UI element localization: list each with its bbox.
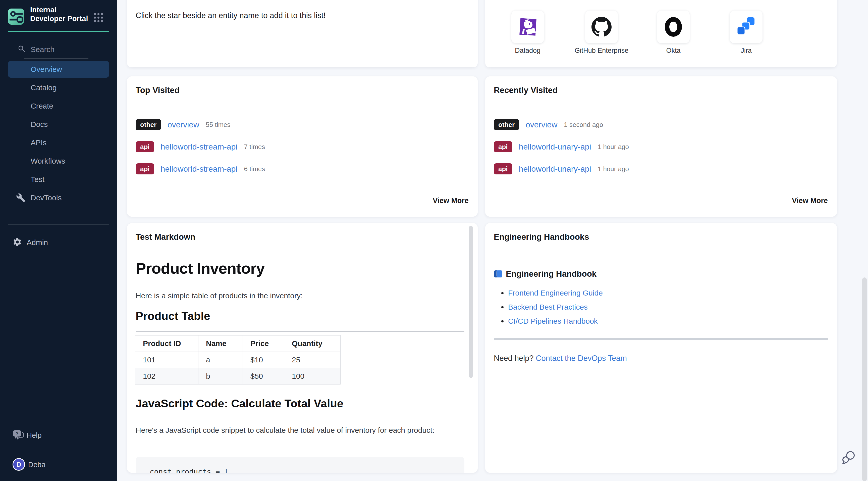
- sidebar-item-label: Catalog: [31, 84, 57, 92]
- contact-devops-link[interactable]: Contact the DevOps Team: [536, 354, 627, 363]
- table-cell: 101: [135, 352, 198, 368]
- markdown-divider: [135, 331, 464, 332]
- sidebar-item-overview[interactable]: Overview: [8, 61, 109, 78]
- wrench-icon: [16, 193, 26, 203]
- sidebar-item-workflows[interactable]: Workflows: [8, 153, 109, 170]
- toolkit-tile-okta[interactable]: [657, 10, 690, 43]
- search-input[interactable]: Search: [18, 45, 100, 55]
- sidebar-item-help[interactable]: ? Help: [12, 429, 103, 442]
- entity-link[interactable]: helloworld-stream-api: [161, 164, 238, 174]
- apps-grid-icon[interactable]: [94, 13, 103, 22]
- brand-title: Internal Developer Portal: [30, 5, 93, 23]
- list-item: Frontend Engineering Guide: [501, 286, 603, 300]
- help-prefix: Need help?: [494, 354, 536, 363]
- toolkit-tile-datadog[interactable]: [512, 10, 544, 43]
- table-cell: $50: [243, 368, 284, 385]
- column-header: Name: [198, 335, 243, 352]
- sidebar-item-devtools[interactable]: DevTools: [8, 189, 109, 206]
- visit-time: 1 second ago: [564, 121, 603, 129]
- engineering-handbooks-card: Engineering Handbooks Engineering Handbo…: [485, 223, 837, 473]
- chat-widget-button[interactable]: [841, 450, 856, 464]
- sidebar-item-admin[interactable]: Admin: [8, 236, 109, 250]
- handbook-link-backend[interactable]: Backend Best Practices: [508, 303, 588, 311]
- card-title: Test Markdown: [135, 232, 195, 242]
- kind-badge: api: [135, 141, 154, 152]
- entity-link[interactable]: helloworld-unary-api: [519, 164, 591, 174]
- top-visited-card: Top Visited other overview 55 times api …: [127, 77, 478, 217]
- page: Internal Developer Portal Search Overvie…: [0, 0, 868, 481]
- card-title: Top Visited: [135, 85, 180, 95]
- sidebar-item-docs[interactable]: Docs: [8, 116, 109, 133]
- section-divider: [494, 338, 828, 340]
- visit-count: 6 times: [244, 165, 265, 173]
- toolkit-label: Datadog: [490, 47, 565, 55]
- entity-link[interactable]: overview: [526, 120, 557, 129]
- user-menu[interactable]: D Deba: [12, 458, 103, 471]
- sidebar-item-catalog[interactable]: Catalog: [8, 80, 109, 96]
- card-scrollbar[interactable]: [469, 226, 473, 378]
- sidebar-item-label: Workflows: [31, 157, 65, 165]
- entity-link[interactable]: helloworld-unary-api: [519, 142, 591, 152]
- entity-link[interactable]: overview: [167, 120, 199, 129]
- visited-row: other overview 1 second ago: [494, 119, 603, 131]
- handbook-section-heading: Engineering Handbook: [494, 268, 596, 279]
- brand-accent-rule: [8, 31, 109, 32]
- visit-count: 55 times: [206, 121, 230, 129]
- table-cell: 102: [135, 368, 198, 385]
- visited-row: api helloworld-stream-api 6 times: [135, 163, 265, 175]
- gear-icon: [12, 237, 22, 247]
- list-item: Backend Best Practices: [501, 300, 603, 314]
- sidebar-item-create[interactable]: Create: [8, 98, 109, 114]
- search-underline: [24, 58, 88, 59]
- sidebar-item-test[interactable]: Test: [8, 171, 109, 188]
- table-row: 102 b $50 100: [135, 368, 341, 385]
- toolkit-tile-github[interactable]: [585, 10, 618, 43]
- handbook-link-cicd[interactable]: CI/CD Pipelines Handbook: [508, 317, 598, 325]
- visited-row: api helloworld-unary-api 1 hour ago: [494, 163, 629, 175]
- visited-row: other overview 55 times: [135, 119, 230, 131]
- table-cell: 100: [284, 368, 341, 385]
- chat-question-icon: ?: [12, 429, 25, 441]
- kind-badge: api: [494, 141, 513, 152]
- table-cell: b: [198, 368, 243, 385]
- product-table: Product ID Name Price Quantity 101 a $10…: [135, 335, 341, 385]
- sidebar: Internal Developer Portal Search Overvie…: [0, 0, 117, 481]
- sidebar-divider: [8, 224, 109, 225]
- list-item: CI/CD Pipelines Handbook: [501, 314, 603, 328]
- visit-time: 1 hour ago: [598, 143, 629, 151]
- view-more-button[interactable]: View More: [792, 197, 828, 205]
- test-markdown-card: Test Markdown Product Inventory Here is …: [127, 223, 478, 473]
- avatar: D: [12, 458, 25, 471]
- blue-book-icon: [494, 270, 502, 278]
- column-header: Product ID: [135, 335, 198, 352]
- user-name: Deba: [28, 461, 45, 469]
- section-title: Engineering Handbook: [506, 269, 596, 279]
- view-more-button[interactable]: View More: [433, 197, 469, 205]
- sidebar-item-apis[interactable]: APIs: [8, 134, 109, 151]
- markdown-h1: Product Inventory: [135, 259, 265, 277]
- help-label: Help: [27, 431, 42, 440]
- card-title: Engineering Handbooks: [494, 232, 589, 242]
- sidebar-item-label: Create: [31, 102, 53, 110]
- column-header: Quantity: [284, 335, 341, 352]
- handbook-links: Frontend Engineering Guide Backend Best …: [501, 286, 603, 328]
- toolkit-label: Okta: [636, 47, 711, 55]
- starred-entities-card: Click the star beside an entity name to …: [127, 0, 478, 67]
- chat-bubbles-icon: [841, 450, 856, 464]
- code-block: const products = [: [135, 457, 464, 473]
- search-placeholder: Search: [31, 45, 55, 54]
- entity-link[interactable]: helloworld-stream-api: [161, 142, 238, 152]
- kind-badge: other: [494, 119, 519, 130]
- toolkit-label: GitHub Enterprise: [564, 47, 639, 55]
- visited-row: api helloworld-unary-api 1 hour ago: [494, 141, 629, 153]
- toolkit-card: Datadog GitHub Enterprise Okta Jira: [485, 0, 837, 67]
- markdown-paragraph: Here is a simple table of products in th…: [135, 292, 303, 300]
- page-scrollbar-thumb[interactable]: [862, 277, 867, 481]
- column-header: Price: [243, 335, 284, 352]
- handbook-link-frontend[interactable]: Frontend Engineering Guide: [508, 289, 603, 297]
- sidebar-item-label: Test: [31, 175, 44, 183]
- toolkit-tile-jira[interactable]: [730, 10, 763, 43]
- code-snippet: const products = [: [150, 468, 228, 473]
- visit-count: 7 times: [244, 143, 265, 151]
- markdown-divider: [135, 418, 464, 418]
